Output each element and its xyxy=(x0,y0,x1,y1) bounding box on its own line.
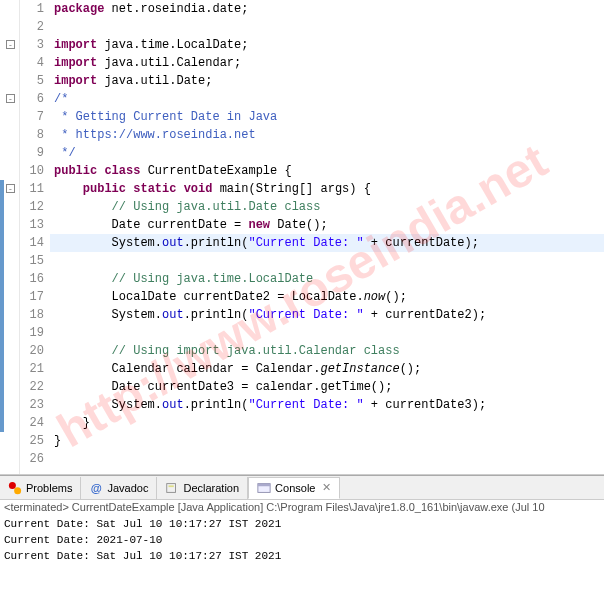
code-line[interactable]: System.out.println("Current Date: " + cu… xyxy=(50,306,604,324)
line-number: 12 xyxy=(20,198,44,216)
change-marker xyxy=(0,342,4,360)
fold-toggle-icon[interactable]: - xyxy=(6,40,15,49)
change-marker xyxy=(0,252,4,270)
line-number: 16 xyxy=(20,270,44,288)
tab-console[interactable]: Console✕ xyxy=(248,477,340,499)
line-number: 6 xyxy=(20,90,44,108)
line-number: 8 xyxy=(20,126,44,144)
change-marker xyxy=(0,180,4,198)
line-number: 17 xyxy=(20,288,44,306)
line-number: 20 xyxy=(20,342,44,360)
change-marker xyxy=(0,306,4,324)
change-marker xyxy=(0,324,4,342)
line-number-gutter: 1234567891011121314151617181920212223242… xyxy=(20,0,50,474)
code-line[interactable]: Date currentDate = new Date(); xyxy=(50,216,604,234)
console-line: Current Date: Sat Jul 10 10:17:27 IST 20… xyxy=(4,516,600,532)
line-number: 18 xyxy=(20,306,44,324)
svg-point-1 xyxy=(14,487,21,494)
console-icon xyxy=(257,481,271,495)
code-line[interactable]: Calendar calendar = Calendar.getInstance… xyxy=(50,360,604,378)
change-marker xyxy=(0,288,4,306)
line-number: 25 xyxy=(20,432,44,450)
change-marker xyxy=(0,234,4,252)
line-number: 19 xyxy=(20,324,44,342)
line-number: 11 xyxy=(20,180,44,198)
line-number: 24 xyxy=(20,414,44,432)
fold-toggle-icon[interactable]: - xyxy=(6,184,15,193)
line-number: 5 xyxy=(20,72,44,90)
code-line[interactable]: import java.time.LocalDate; xyxy=(50,36,604,54)
code-line[interactable]: } xyxy=(50,432,604,450)
line-number: 21 xyxy=(20,360,44,378)
code-line[interactable] xyxy=(50,324,604,342)
line-number: 26 xyxy=(20,450,44,468)
tab-label: Declaration xyxy=(183,482,239,494)
code-line[interactable]: LocalDate currentDate2 = LocalDate.now()… xyxy=(50,288,604,306)
tab-label: Problems xyxy=(26,482,72,494)
line-number: 22 xyxy=(20,378,44,396)
line-number: 10 xyxy=(20,162,44,180)
code-line[interactable]: // Using java.time.LocalDate xyxy=(50,270,604,288)
change-marker xyxy=(0,198,4,216)
line-number: 14 xyxy=(20,234,44,252)
change-marker xyxy=(0,414,4,432)
code-line[interactable]: import java.util.Calendar; xyxy=(50,54,604,72)
change-marker xyxy=(0,360,4,378)
change-marker xyxy=(0,270,4,288)
svg-text:@: @ xyxy=(91,482,102,494)
code-content[interactable]: package net.roseindia.date;import java.t… xyxy=(50,0,604,474)
svg-point-0 xyxy=(9,481,16,488)
code-line[interactable] xyxy=(50,18,604,36)
tab-declaration[interactable]: Declaration xyxy=(157,477,248,499)
code-line[interactable]: package net.roseindia.date; xyxy=(50,0,604,18)
bottom-panel: Problems@JavadocDeclarationConsole✕ <ter… xyxy=(0,475,604,566)
code-line[interactable]: Date currentDate3 = calendar.getTime(); xyxy=(50,378,604,396)
console-line: Current Date: 2021-07-10 xyxy=(4,532,600,548)
tab-label: Javadoc xyxy=(107,482,148,494)
close-icon[interactable]: ✕ xyxy=(322,481,331,494)
code-line[interactable] xyxy=(50,450,604,468)
change-marker xyxy=(0,378,4,396)
code-line[interactable]: // Using import java.util.Calendar class xyxy=(50,342,604,360)
code-editor[interactable]: --- 123456789101112131415161718192021222… xyxy=(0,0,604,475)
svg-rect-4 xyxy=(169,485,174,487)
tab-label: Console xyxy=(275,482,315,494)
line-number: 13 xyxy=(20,216,44,234)
javadoc-icon: @ xyxy=(89,481,103,495)
svg-rect-3 xyxy=(167,483,176,492)
console-process-header: <terminated> CurrentDateExample [Java Ap… xyxy=(0,500,604,514)
code-line[interactable]: System.out.println("Current Date: " + cu… xyxy=(50,396,604,414)
view-tabs: Problems@JavadocDeclarationConsole✕ xyxy=(0,476,604,500)
code-line[interactable]: * https://www.roseindia.net xyxy=(50,126,604,144)
svg-rect-6 xyxy=(258,483,270,486)
console-output[interactable]: Current Date: Sat Jul 10 10:17:27 IST 20… xyxy=(0,514,604,566)
line-number: 7 xyxy=(20,108,44,126)
code-line[interactable]: System.out.println("Current Date: " + cu… xyxy=(50,234,604,252)
declaration-icon xyxy=(165,481,179,495)
code-line[interactable]: import java.util.Date; xyxy=(50,72,604,90)
fold-toggle-icon[interactable]: - xyxy=(6,94,15,103)
line-number: 4 xyxy=(20,54,44,72)
line-number: 23 xyxy=(20,396,44,414)
tab-problems[interactable]: Problems xyxy=(0,477,81,499)
problems-icon xyxy=(8,481,22,495)
code-line[interactable]: } xyxy=(50,414,604,432)
line-number: 1 xyxy=(20,0,44,18)
line-number: 2 xyxy=(20,18,44,36)
line-number: 15 xyxy=(20,252,44,270)
change-marker xyxy=(0,216,4,234)
code-line[interactable]: * Getting Current Date in Java xyxy=(50,108,604,126)
code-line[interactable]: */ xyxy=(50,144,604,162)
console-line: Current Date: Sat Jul 10 10:17:27 IST 20… xyxy=(4,548,600,564)
code-line[interactable]: public class CurrentDateExample { xyxy=(50,162,604,180)
line-number: 9 xyxy=(20,144,44,162)
code-line[interactable]: /* xyxy=(50,90,604,108)
code-line[interactable]: public static void main(String[] args) { xyxy=(50,180,604,198)
tab-javadoc[interactable]: @Javadoc xyxy=(81,477,157,499)
code-line[interactable] xyxy=(50,252,604,270)
code-line[interactable]: // Using java.util.Date class xyxy=(50,198,604,216)
line-number: 3 xyxy=(20,36,44,54)
editor-margin: --- xyxy=(0,0,20,474)
change-marker xyxy=(0,396,4,414)
